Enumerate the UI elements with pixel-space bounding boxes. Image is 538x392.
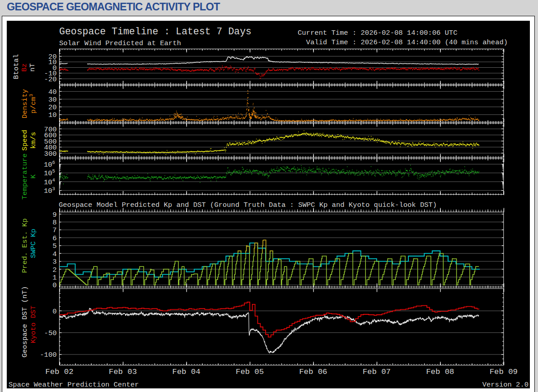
svg-text:4: 4 — [52, 250, 56, 258]
svg-text:Geospace DST (nT): Geospace DST (nT) — [21, 286, 29, 357]
svg-text:1: 1 — [52, 274, 56, 282]
svg-text:Solar Wind Predicted at Earth: Solar Wind Predicted at Earth — [59, 39, 181, 47]
svg-text:Feb 02: Feb 02 — [45, 368, 73, 376]
svg-text:9: 9 — [52, 211, 56, 219]
svg-text:Feb 04: Feb 04 — [172, 368, 200, 376]
svg-text:300: 300 — [44, 150, 57, 158]
svg-text:-100: -100 — [40, 351, 56, 359]
svg-text:5: 5 — [52, 242, 56, 250]
svg-text:Space Weather Prediction Cente: Space Weather Prediction Center — [9, 381, 139, 388]
svg-text:30: 30 — [48, 96, 57, 104]
svg-text:Btotal: Btotal — [12, 54, 20, 79]
svg-text:SWPC Kp: SWPC Kp — [29, 229, 37, 258]
svg-text:Pred. Est. Kp: Pred. Est. Kp — [21, 219, 29, 273]
svg-text:-50: -50 — [44, 329, 57, 337]
svg-text:Density: Density — [21, 89, 29, 118]
svg-text:6: 6 — [52, 234, 56, 243]
svg-text:20: 20 — [48, 103, 57, 112]
svg-text:Speed: Speed — [21, 130, 29, 151]
svg-text:km/s: km/s — [29, 132, 37, 149]
svg-text:8: 8 — [52, 219, 56, 227]
svg-text:Version 2.0: Version 2.0 — [482, 381, 529, 388]
svg-text:Geospace Timeline : Latest 7 D: Geospace Timeline : Latest 7 Days — [59, 26, 252, 37]
svg-text:K: K — [29, 174, 37, 178]
svg-text:Feb 06: Feb 06 — [299, 368, 327, 376]
svg-text:0: 0 — [52, 308, 56, 316]
svg-text:Feb 05: Feb 05 — [236, 368, 264, 376]
svg-text:Feb 09: Feb 09 — [490, 368, 518, 376]
svg-text:7: 7 — [52, 226, 56, 234]
svg-text:10: 10 — [48, 111, 57, 119]
svg-text:3: 3 — [52, 258, 56, 266]
svg-text:Feb 07: Feb 07 — [363, 368, 391, 376]
svg-text:Bz: Bz — [20, 63, 28, 72]
svg-text:Geospace Model Predicted Kp an: Geospace Model Predicted Kp and DST (Gro… — [59, 201, 437, 209]
svg-text:p/cm3: p/cm3 — [28, 94, 37, 114]
svg-text:Current Time : 2026-02-08 14:0: Current Time : 2026-02-08 14:00:06 UTC — [298, 29, 457, 37]
svg-text:Feb 03: Feb 03 — [109, 368, 137, 376]
svg-text:2: 2 — [52, 266, 56, 274]
svg-text:Valid Time : 2026-02-08 14:40:: Valid Time : 2026-02-08 14:40:00 (40 min… — [306, 38, 508, 47]
svg-text:Kyoto DST: Kyoto DST — [29, 306, 37, 344]
svg-text:40: 40 — [48, 88, 57, 96]
svg-text:Feb 08: Feb 08 — [426, 368, 454, 376]
svg-text:Temperature: Temperature — [21, 154, 29, 200]
svg-text:-20: -20 — [44, 75, 57, 84]
svg-text:0: 0 — [52, 281, 56, 289]
svg-text:nT: nT — [28, 63, 37, 72]
